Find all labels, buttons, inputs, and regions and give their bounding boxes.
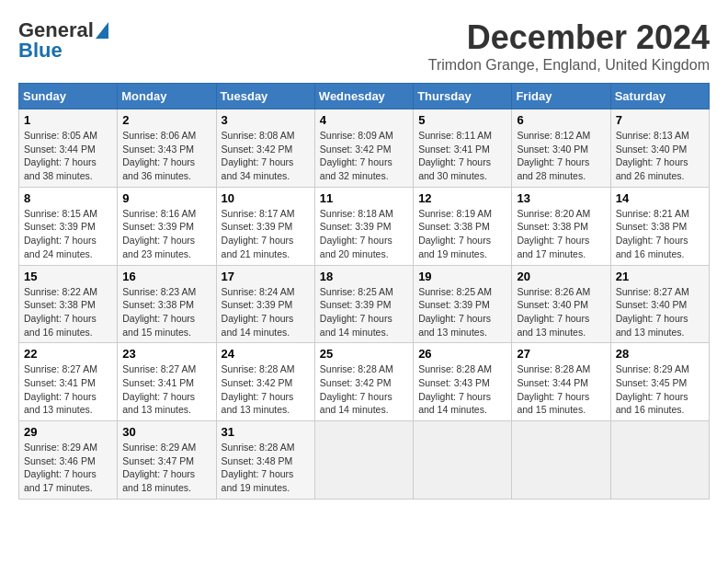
day-number: 10 (222, 191, 310, 205)
calendar-cell (414, 421, 512, 500)
calendar-cell: 19 Sunrise: 8:25 AMSunset: 3:39 PMDaylig… (414, 265, 512, 343)
calendar-cell: 3 Sunrise: 8:08 AMSunset: 3:42 PMDayligh… (216, 109, 314, 188)
calendar-cell: 1 Sunrise: 8:05 AMSunset: 3:44 PMDayligh… (19, 109, 118, 188)
calendar-cell: 17 Sunrise: 8:24 AMSunset: 3:39 PMDaylig… (216, 265, 314, 343)
calendar-table: SundayMondayTuesdayWednesdayThursdayFrid… (18, 83, 710, 500)
calendar-cell (512, 421, 610, 500)
day-number: 11 (320, 191, 408, 205)
calendar-cell: 9 Sunrise: 8:16 AMSunset: 3:39 PMDayligh… (118, 187, 216, 265)
calendar-cell: 14 Sunrise: 8:21 AMSunset: 3:38 PMDaylig… (610, 187, 709, 265)
page-header: General Blue December 2024 Trimdon Grang… (18, 18, 710, 74)
day-number: 14 (616, 191, 704, 205)
calendar-body: 1 Sunrise: 8:05 AMSunset: 3:44 PMDayligh… (19, 109, 710, 500)
calendar-week-4: 22 Sunrise: 8:27 AMSunset: 3:41 PMDaylig… (19, 343, 710, 421)
day-info: Sunrise: 8:06 AMSunset: 3:43 PMDaylight:… (122, 130, 196, 181)
calendar-cell: 10 Sunrise: 8:17 AMSunset: 3:39 PMDaylig… (216, 187, 314, 265)
calendar-title: December 2024 (428, 18, 710, 57)
day-number: 4 (320, 113, 408, 127)
day-number: 29 (24, 425, 112, 439)
day-number: 27 (517, 347, 605, 361)
day-number: 17 (222, 270, 310, 283)
day-number: 12 (418, 191, 506, 205)
logo: General Blue (18, 18, 108, 63)
day-info: Sunrise: 8:22 AMSunset: 3:38 PMDaylight:… (24, 286, 97, 338)
day-info: Sunrise: 8:28 AMSunset: 3:42 PMDaylight:… (320, 363, 393, 415)
calendar-cell: 18 Sunrise: 8:25 AMSunset: 3:39 PMDaylig… (314, 265, 413, 343)
calendar-cell: 15 Sunrise: 8:22 AMSunset: 3:38 PMDaylig… (19, 265, 118, 343)
logo-text-blue: Blue (18, 39, 63, 63)
calendar-cell: 11 Sunrise: 8:18 AMSunset: 3:39 PMDaylig… (314, 187, 413, 265)
calendar-cell (314, 421, 413, 500)
day-number: 9 (122, 191, 210, 205)
weekday-header-saturday: Saturday (610, 84, 709, 109)
day-number: 26 (418, 347, 506, 361)
calendar-week-3: 15 Sunrise: 8:22 AMSunset: 3:38 PMDaylig… (19, 265, 710, 343)
day-info: Sunrise: 8:28 AMSunset: 3:42 PMDaylight:… (222, 363, 295, 415)
day-info: Sunrise: 8:18 AMSunset: 3:39 PMDaylight:… (320, 208, 393, 259)
day-info: Sunrise: 8:21 AMSunset: 3:38 PMDaylight:… (616, 208, 689, 259)
day-info: Sunrise: 8:29 AMSunset: 3:45 PMDaylight:… (616, 363, 689, 415)
calendar-cell: 5 Sunrise: 8:11 AMSunset: 3:41 PMDayligh… (414, 109, 512, 188)
day-number: 2 (122, 113, 210, 127)
day-info: Sunrise: 8:09 AMSunset: 3:42 PMDaylight:… (320, 130, 393, 181)
day-info: Sunrise: 8:25 AMSunset: 3:39 PMDaylight:… (418, 286, 492, 338)
calendar-cell: 22 Sunrise: 8:27 AMSunset: 3:41 PMDaylig… (19, 343, 118, 421)
day-info: Sunrise: 8:28 AMSunset: 3:43 PMDaylight:… (418, 363, 492, 415)
day-number: 5 (418, 113, 506, 127)
day-number: 23 (122, 347, 210, 361)
day-number: 22 (24, 347, 112, 361)
day-number: 21 (616, 270, 704, 283)
day-number: 30 (122, 425, 210, 439)
day-number: 1 (24, 113, 112, 127)
day-info: Sunrise: 8:24 AMSunset: 3:39 PMDaylight:… (222, 286, 295, 338)
calendar-cell: 16 Sunrise: 8:23 AMSunset: 3:38 PMDaylig… (118, 265, 216, 343)
calendar-cell: 21 Sunrise: 8:27 AMSunset: 3:40 PMDaylig… (610, 265, 709, 343)
day-info: Sunrise: 8:12 AMSunset: 3:40 PMDaylight:… (517, 130, 590, 181)
calendar-cell: 25 Sunrise: 8:28 AMSunset: 3:42 PMDaylig… (314, 343, 413, 421)
day-number: 24 (222, 347, 310, 361)
calendar-cell: 30 Sunrise: 8:29 AMSunset: 3:47 PMDaylig… (118, 421, 216, 500)
weekday-header-row: SundayMondayTuesdayWednesdayThursdayFrid… (19, 84, 710, 109)
logo-triangle-icon (96, 22, 108, 39)
day-info: Sunrise: 8:19 AMSunset: 3:38 PMDaylight:… (418, 208, 492, 259)
day-number: 20 (517, 270, 605, 283)
day-number: 3 (222, 113, 310, 127)
weekday-header-monday: Monday (118, 84, 216, 109)
calendar-week-5: 29 Sunrise: 8:29 AMSunset: 3:46 PMDaylig… (19, 421, 710, 500)
day-info: Sunrise: 8:27 AMSunset: 3:41 PMDaylight:… (24, 363, 97, 415)
day-number: 8 (24, 191, 112, 205)
calendar-cell: 8 Sunrise: 8:15 AMSunset: 3:39 PMDayligh… (19, 187, 118, 265)
day-info: Sunrise: 8:25 AMSunset: 3:39 PMDaylight:… (320, 286, 393, 338)
day-number: 18 (320, 270, 408, 283)
calendar-cell: 29 Sunrise: 8:29 AMSunset: 3:46 PMDaylig… (19, 421, 118, 500)
calendar-cell: 13 Sunrise: 8:20 AMSunset: 3:38 PMDaylig… (512, 187, 610, 265)
day-info: Sunrise: 8:13 AMSunset: 3:40 PMDaylight:… (616, 130, 689, 181)
calendar-week-1: 1 Sunrise: 8:05 AMSunset: 3:44 PMDayligh… (19, 109, 710, 188)
day-info: Sunrise: 8:27 AMSunset: 3:40 PMDaylight:… (616, 286, 689, 338)
day-info: Sunrise: 8:28 AMSunset: 3:48 PMDaylight:… (222, 442, 295, 493)
day-number: 16 (122, 270, 210, 283)
calendar-cell: 26 Sunrise: 8:28 AMSunset: 3:43 PMDaylig… (414, 343, 512, 421)
day-info: Sunrise: 8:15 AMSunset: 3:39 PMDaylight:… (24, 208, 97, 259)
calendar-cell: 28 Sunrise: 8:29 AMSunset: 3:45 PMDaylig… (610, 343, 709, 421)
day-info: Sunrise: 8:11 AMSunset: 3:41 PMDaylight:… (418, 130, 492, 181)
calendar-cell: 24 Sunrise: 8:28 AMSunset: 3:42 PMDaylig… (216, 343, 314, 421)
day-info: Sunrise: 8:28 AMSunset: 3:44 PMDaylight:… (517, 363, 590, 415)
day-number: 28 (616, 347, 704, 361)
day-info: Sunrise: 8:16 AMSunset: 3:39 PMDaylight:… (122, 208, 196, 259)
calendar-cell: 7 Sunrise: 8:13 AMSunset: 3:40 PMDayligh… (610, 109, 709, 188)
calendar-week-2: 8 Sunrise: 8:15 AMSunset: 3:39 PMDayligh… (19, 187, 710, 265)
day-number: 25 (320, 347, 408, 361)
day-info: Sunrise: 8:17 AMSunset: 3:39 PMDaylight:… (222, 208, 295, 259)
day-info: Sunrise: 8:20 AMSunset: 3:38 PMDaylight:… (517, 208, 590, 259)
calendar-cell: 12 Sunrise: 8:19 AMSunset: 3:38 PMDaylig… (414, 187, 512, 265)
weekday-header-tuesday: Tuesday (216, 84, 314, 109)
day-info: Sunrise: 8:27 AMSunset: 3:41 PMDaylight:… (122, 363, 196, 415)
weekday-header-thursday: Thursday (414, 84, 512, 109)
calendar-cell: 20 Sunrise: 8:26 AMSunset: 3:40 PMDaylig… (512, 265, 610, 343)
weekday-header-friday: Friday (512, 84, 610, 109)
day-number: 19 (418, 270, 506, 283)
day-number: 7 (616, 113, 704, 127)
calendar-cell: 6 Sunrise: 8:12 AMSunset: 3:40 PMDayligh… (512, 109, 610, 188)
calendar-cell: 27 Sunrise: 8:28 AMSunset: 3:44 PMDaylig… (512, 343, 610, 421)
